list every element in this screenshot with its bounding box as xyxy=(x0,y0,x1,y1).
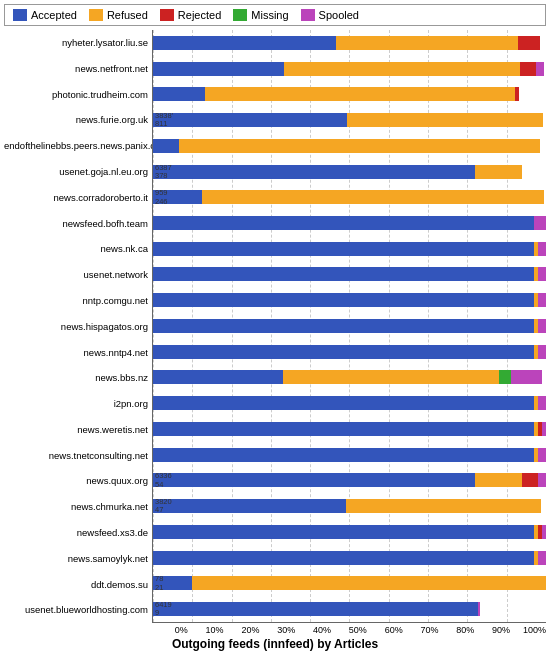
y-label-3: news.furie.org.uk xyxy=(4,115,148,125)
bar-seg-spooled-10 xyxy=(538,293,546,307)
rejected-swatch xyxy=(160,9,174,21)
bar-seg-rejected-17 xyxy=(522,473,538,487)
accepted-legend-label: Accepted xyxy=(31,9,77,21)
bar-seg-spooled-14 xyxy=(538,396,546,410)
bar-seg-refused-6 xyxy=(202,190,544,204)
bar-inner-label-5: 6387378 xyxy=(155,163,172,180)
y-label-21: ddt.demos.su xyxy=(4,580,148,590)
bar-row-16: 778779 xyxy=(153,442,546,468)
bar-seg-rejected-2 xyxy=(515,87,519,101)
x-tick-5: 50% xyxy=(331,625,367,635)
bar-inner-label-22: 64199 xyxy=(155,601,172,618)
y-axis-labels: nyheter.lysator.liu.senews.netfront.netp… xyxy=(4,30,152,623)
bar-seg-spooled-11 xyxy=(538,319,546,333)
bar-seg-accepted-20 xyxy=(153,551,534,565)
bar-seg-accepted-9 xyxy=(153,267,534,281)
bar-seg-accepted-13 xyxy=(153,370,283,384)
bar-row-20: 769830 xyxy=(153,545,546,571)
bar-track-6: 959246959246 xyxy=(153,190,546,204)
x-tick-2: 20% xyxy=(224,625,260,635)
bar-row-6: 959246959246 xyxy=(153,184,546,210)
bar-seg-spooled-15 xyxy=(542,422,546,436)
y-label-20: news.samoylyk.net xyxy=(4,554,148,564)
bar-seg-refused-5 xyxy=(475,165,522,179)
bar-row-5: 63873786387378 xyxy=(153,159,546,185)
bar-track-1: 77542586 xyxy=(153,62,546,76)
bar-track-17: 633654633654 xyxy=(153,473,546,487)
x-tick-6: 60% xyxy=(367,625,403,635)
bar-track-0: 77833617 xyxy=(153,36,546,50)
y-label-2: photonic.trudheim.com xyxy=(4,90,148,100)
bar-seg-accepted-8 xyxy=(153,242,534,256)
bar-track-16: 778779 xyxy=(153,448,546,462)
bar-seg-refused-21 xyxy=(192,576,546,590)
bar-row-12: 7685127 xyxy=(153,339,546,365)
bar-seg-accepted-4 xyxy=(153,139,179,153)
bar-seg-spooled-7 xyxy=(534,216,546,230)
bar-seg-rejected-0 xyxy=(518,36,540,50)
y-label-19: newsfeed.xs3.de xyxy=(4,528,148,538)
bar-seg-accepted-19 xyxy=(153,525,534,539)
y-label-13: news.bbs.nz xyxy=(4,373,148,383)
bar-seg-spooled-16 xyxy=(538,448,546,462)
legend-item-accepted: Accepted xyxy=(13,9,77,21)
bar-track-20: 769830 xyxy=(153,551,546,565)
bar-track-5: 63873786387378 xyxy=(153,165,546,179)
bar-seg-accepted-3 xyxy=(153,113,347,127)
bar-track-4: 7768508 xyxy=(153,139,546,153)
bar-row-7: 7489219 xyxy=(153,210,546,236)
bar-seg-refused-2 xyxy=(205,87,515,101)
x-tick-0: 0% xyxy=(152,625,188,635)
bar-track-13: 776492 xyxy=(153,370,546,384)
bar-seg-accepted-22 xyxy=(153,602,478,616)
bars-rows: 77833617775425867783102938388113838'8117… xyxy=(153,30,546,622)
refused-legend-label: Refused xyxy=(107,9,148,21)
accepted-swatch xyxy=(13,9,27,21)
rejected-legend-label: Rejected xyxy=(178,9,221,21)
bar-track-15: 778083 xyxy=(153,422,546,436)
bars-area: 77833617775425867783102938388113838'8117… xyxy=(152,30,546,623)
y-label-7: newsfeed.bofh.team xyxy=(4,219,148,229)
bar-seg-rejected-1 xyxy=(520,62,536,76)
y-label-6: news.corradoroberto.it xyxy=(4,193,148,203)
y-label-12: news.nntp4.net xyxy=(4,348,148,358)
bar-row-2: 77831029 xyxy=(153,81,546,107)
y-label-14: i2pn.org xyxy=(4,399,148,409)
x-tick-8: 80% xyxy=(439,625,475,635)
bar-row-18: 382047382047 xyxy=(153,493,546,519)
bar-inner-label-21: 7821 xyxy=(155,575,163,592)
bar-seg-spooled-19 xyxy=(542,525,546,539)
bar-track-10: 7500174 xyxy=(153,293,546,307)
bar-row-15: 778083 xyxy=(153,416,546,442)
bar-seg-refused-3 xyxy=(347,113,544,127)
legend: AcceptedRefusedRejectedMissingSpooled xyxy=(4,4,546,26)
bar-seg-accepted-11 xyxy=(153,319,534,333)
bar-track-21: 78217821 xyxy=(153,576,546,590)
bar-row-19: 764943 xyxy=(153,519,546,545)
bar-track-22: 6419964199 xyxy=(153,602,546,616)
bar-track-19: 764943 xyxy=(153,525,546,539)
legend-item-rejected: Rejected xyxy=(160,9,221,21)
bar-seg-accepted-0 xyxy=(153,36,336,50)
bar-row-14: 742590 xyxy=(153,390,546,416)
bar-row-22: 6419964199 xyxy=(153,596,546,622)
bar-row-1: 77542586 xyxy=(153,56,546,82)
bar-track-9: 7074190 xyxy=(153,267,546,281)
bar-seg-spooled-1 xyxy=(536,62,544,76)
x-tick-4: 40% xyxy=(295,625,331,635)
spooled-swatch xyxy=(301,9,315,21)
bar-row-3: 38388113838'811 xyxy=(153,107,546,133)
bar-row-0: 77833617 xyxy=(153,30,546,56)
x-axis-title: Outgoing feeds (innfeed) by Articles xyxy=(4,637,546,651)
bar-seg-accepted-15 xyxy=(153,422,534,436)
bar-inner-label-17: 633654 xyxy=(155,472,172,489)
bar-seg-accepted-1 xyxy=(153,62,284,76)
bar-seg-accepted-12 xyxy=(153,345,534,359)
bar-track-7: 7489219 xyxy=(153,216,546,230)
bar-seg-accepted-2 xyxy=(153,87,205,101)
bar-track-11: 7767166 xyxy=(153,319,546,333)
y-label-11: news.hispagatos.org xyxy=(4,322,148,332)
chart-area: nyheter.lysator.liu.senews.netfront.netp… xyxy=(4,30,546,623)
bar-seg-refused-13 xyxy=(283,370,499,384)
missing-legend-label: Missing xyxy=(251,9,288,21)
